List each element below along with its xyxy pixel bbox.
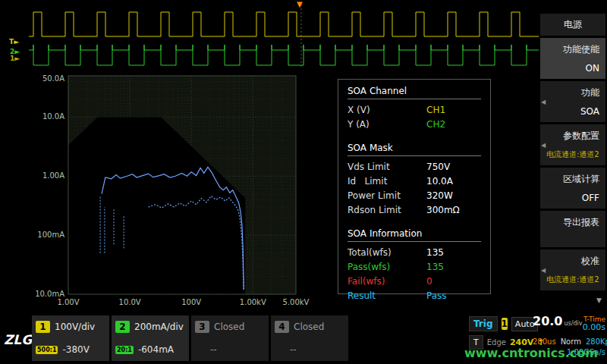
soa-row-id-limit: Id Limit10.0A: [348, 176, 481, 187]
menu-label: 功能: [546, 86, 599, 99]
row-value: 320W: [426, 190, 453, 201]
probe-ratio-badge: [275, 349, 285, 350]
menu-scroll-down-icon[interactable]: ▼: [596, 297, 602, 304]
menu-item-calibration[interactable]: ◀ 校准 电流通道:通道2 校: [540, 249, 605, 290]
row-value: 10.0A: [426, 176, 453, 187]
acquisition-mode[interactable]: Norm: [561, 337, 581, 346]
menu-value: ON: [546, 63, 599, 74]
row-value: CH2: [426, 119, 445, 130]
channel-offset: --: [290, 344, 297, 355]
menu-label: 电源: [546, 18, 599, 31]
row-label: Pass(wfs): [348, 262, 426, 272]
row-label: Power Limit: [348, 190, 426, 201]
soa-row-vds-limit: Vds Limit750V: [348, 162, 481, 172]
probe-ratio-badge: 20:1: [115, 346, 134, 354]
menu-item-function-enable[interactable]: 功能使能 ON: [540, 38, 605, 79]
top-waveform-strip: [29, 5, 539, 68]
row-value: CH1: [426, 105, 445, 115]
soa-information-title: SOA Information: [348, 228, 481, 242]
trigger-position-marker[interactable]: ▼: [297, 1, 303, 8]
probe-ratio-badge: [195, 349, 206, 350]
row-value: 300mΩ: [426, 205, 460, 215]
menu-subtext: 电流通道:通道2 坐: [546, 149, 599, 160]
probe-ratio-badge: 500:1: [36, 346, 58, 354]
channel-3-status[interactable]: 3Closed --: [191, 315, 269, 361]
trigger-status-cluster: Trig 1 Auto T Edge 240V ↑: [469, 316, 533, 350]
marker-arrow-icon: ►: [14, 38, 19, 46]
menu-item-function[interactable]: ◀ 功能 SOA: [540, 81, 605, 122]
channel-4-badge: 4: [275, 321, 289, 333]
menu-item-power[interactable]: 电源: [540, 14, 605, 36]
channel-scale: Closed: [294, 322, 324, 332]
menu-subtext: 电流通道:通道2 校: [546, 275, 599, 285]
menu-item-export-report[interactable]: 导出报表: [540, 211, 605, 247]
channel-4-status[interactable]: 4Closed --: [271, 315, 348, 361]
row-label: Result: [348, 290, 426, 301]
channel-offset: --: [210, 344, 217, 355]
channel-scale: 200mA/div: [134, 322, 184, 332]
menu-item-area-calc[interactable]: 区域计算 OFF: [540, 168, 605, 209]
watermark: www.cntronics.com: [464, 346, 598, 360]
svg-text:1.00V: 1.00V: [57, 298, 79, 306]
soa-row-y-channel: Y (A)CH2: [348, 119, 481, 130]
row-label: Vds Limit: [348, 162, 426, 172]
row-value: 135: [426, 247, 444, 258]
channel-scale: 100V/div: [55, 322, 95, 332]
menu-value: SOA: [546, 106, 599, 117]
menu-label: 功能使能: [546, 43, 599, 56]
row-label: Y (A): [348, 119, 426, 130]
svg-text:5.00kV: 5.00kV: [283, 298, 310, 306]
menu-label: 参数配置: [546, 130, 599, 143]
chevron-left-icon: ◀: [541, 99, 546, 105]
row-value: 0: [426, 276, 432, 287]
soa-row-power-limit: Power Limit320W: [348, 190, 481, 201]
row-value: 135: [426, 262, 444, 272]
svg-text:10.0V: 10.0V: [119, 298, 141, 306]
oscilloscope-screen: ▼ T► 2► 1► 50.0A10.0A1.00A100mA10.0mA1.0…: [0, 0, 607, 364]
channel-scale: Closed: [214, 322, 244, 332]
timebase-unit: us/div: [564, 320, 582, 328]
svg-text:50.0A: 50.0A: [42, 74, 64, 83]
svg-text:1.00A: 1.00A: [42, 171, 64, 180]
svg-text:100V: 100V: [181, 298, 201, 306]
soa-results-panel: SOA Channel X (V)CH1 Y (A)CH2 SOA Mask V…: [338, 79, 491, 294]
soa-row-total: Total(wfs)135: [348, 247, 481, 258]
channel-2-status[interactable]: 2200mA/div 20:1-604mA: [112, 315, 189, 361]
trig-label[interactable]: Trig: [469, 316, 498, 331]
svg-text:10.0mA: 10.0mA: [35, 290, 64, 298]
menu-label: 导出报表: [546, 216, 599, 229]
menu-item-param-config[interactable]: ◀ 参数配置 电流通道:通道2 坐: [540, 124, 605, 165]
soa-row-rdson-limit: Rdson Limit300mΩ: [348, 205, 481, 215]
row-label: Fail(wfs): [348, 276, 426, 287]
menu-label: 区域计算: [546, 173, 599, 186]
soa-row-pass: Pass(wfs)135: [348, 262, 481, 272]
svg-text:100mA: 100mA: [37, 231, 64, 239]
channel-1-status[interactable]: 1100V/div 500:1-380V: [32, 315, 109, 361]
menu-label: 校准: [546, 255, 599, 268]
channel-1-position-marker[interactable]: 1►: [10, 55, 20, 62]
soa-row-x-channel: X (V)CH1: [348, 105, 481, 115]
channel-3-badge: 3: [195, 321, 209, 333]
t-time-value: 0.00s: [583, 323, 605, 332]
channel-1-badge: 1: [36, 321, 50, 333]
soa-mask-title: SOA Mask: [348, 143, 481, 156]
trigger-source-badge[interactable]: 1: [502, 318, 508, 330]
channel-2-badge: 2: [115, 321, 130, 333]
channel-offset: -604mA: [138, 344, 174, 355]
menu-sidebar: 电源 功能使能 ON ◀ 功能 SOA ◀ 参数配置 电流通道:通道2 坐 区域…: [540, 14, 605, 293]
row-value: 750V: [426, 162, 450, 172]
channel-offset: -380V: [62, 344, 89, 355]
row-value: Pass: [426, 290, 447, 301]
svg-text:1.00kV: 1.00kV: [240, 298, 266, 306]
memory-depth: 280Kpts: [586, 337, 607, 346]
trigger-level-marker[interactable]: T►: [9, 39, 19, 46]
soa-row-result: ResultPass: [348, 290, 481, 301]
timebase-scale[interactable]: 20.0: [533, 315, 562, 328]
menu-value: OFF: [546, 193, 599, 203]
row-label: Rdson Limit: [348, 205, 426, 215]
chevron-left-icon: ◀: [541, 142, 546, 149]
soa-row-fail: Fail(wfs)0: [348, 276, 481, 287]
svg-text:10.0A: 10.0A: [42, 112, 64, 121]
time-window: 280us: [533, 337, 556, 346]
row-label: Id Limit: [348, 176, 426, 187]
